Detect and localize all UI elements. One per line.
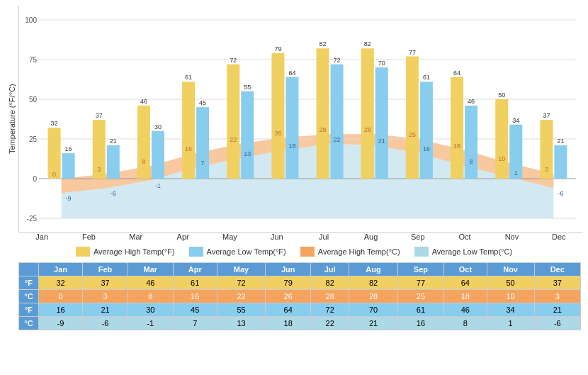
svg-text:50: 50 (29, 96, 38, 103)
table-header-feb: Feb (83, 263, 128, 276)
x-label-feb: Feb (65, 233, 112, 241)
legend-swatch-high-c (300, 247, 315, 257)
svg-text:34: 34 (512, 117, 519, 124)
legend-item-high-c: Average High Temp(°C) (300, 247, 400, 257)
y-axis-label: Temperature (°F/°C) (6, 6, 18, 233)
svg-rect-34 (196, 107, 209, 179)
svg-text:10: 10 (498, 155, 505, 162)
svg-text:64: 64 (453, 69, 460, 77)
cell-r3-c0: -9 (39, 317, 83, 330)
table-row-1: °C03816222628282518103 (19, 290, 581, 303)
svg-text:50: 50 (498, 91, 505, 99)
cell-r2-c9: 46 (444, 303, 487, 317)
legend-item-low-f: Average Low Temp(°F) (189, 247, 286, 257)
cell-r2-c5: 64 (266, 303, 311, 317)
cell-r0-c3: 61 (173, 276, 217, 290)
table-header-mar: Mar (128, 263, 173, 276)
svg-text:46: 46 (140, 98, 147, 105)
cell-r3-c2: -1 (128, 317, 173, 330)
table-header-oct: Oct (444, 263, 487, 276)
svg-text:16: 16 (185, 145, 192, 152)
table-header-aug: Aug (349, 263, 397, 276)
svg-text:30: 30 (154, 123, 162, 130)
table-row-2: °F162130455564727061463421 (19, 303, 581, 317)
legend-swatch-low-c (414, 247, 429, 257)
cell-r1-c8: 25 (397, 290, 443, 303)
cell-r2-c4: 55 (217, 303, 266, 317)
cell-r1-c0: 0 (39, 290, 83, 303)
svg-text:16: 16 (65, 145, 72, 152)
svg-text:8: 8 (142, 158, 145, 165)
svg-rect-62 (406, 57, 419, 179)
svg-rect-40 (241, 91, 254, 179)
svg-text:26: 26 (274, 130, 281, 137)
cell-r1-c9: 18 (444, 290, 487, 303)
svg-text:55: 55 (244, 84, 251, 91)
svg-text:61: 61 (185, 74, 192, 81)
cell-r2-c2: 30 (128, 303, 173, 317)
svg-text:-6: -6 (558, 190, 563, 197)
svg-text:22: 22 (334, 136, 341, 143)
svg-text:28: 28 (320, 126, 327, 133)
cell-r3-c1: -6 (83, 317, 128, 330)
x-label-apr: Apr (159, 233, 206, 241)
svg-text:0: 0 (52, 171, 56, 178)
table-header- (19, 263, 39, 276)
svg-rect-38 (227, 65, 239, 179)
x-label-aug: Aug (347, 233, 394, 241)
x-label-may: May (206, 233, 253, 241)
x-label-jun: Jun (254, 233, 300, 241)
svg-text:7: 7 (201, 159, 205, 167)
svg-text:22: 22 (230, 136, 237, 143)
cell-r1-c10: 10 (487, 290, 534, 303)
legend-label-low-c: Average Low Temp(°C) (432, 247, 512, 256)
row-label-0: °F (19, 276, 39, 290)
table-header-jun: Jun (266, 263, 311, 276)
row-label-2: °F (19, 303, 39, 317)
table-header-apr: Apr (173, 263, 217, 276)
svg-rect-58 (375, 67, 388, 179)
cell-r0-c8: 77 (397, 276, 443, 290)
svg-rect-26 (137, 106, 150, 179)
cell-r1-c2: 8 (128, 290, 173, 303)
table-header-nov: Nov (487, 263, 534, 276)
svg-text:77: 77 (409, 49, 416, 56)
svg-text:37: 37 (543, 112, 550, 119)
row-label-3: °C (19, 317, 39, 330)
cell-r0-c10: 50 (487, 276, 534, 290)
cell-r3-c10: 1 (487, 317, 534, 330)
svg-text:-1: -1 (155, 182, 161, 189)
row-label-1: °C (19, 290, 39, 303)
table-header-sep: Sep (397, 263, 443, 276)
svg-text:16: 16 (423, 145, 430, 152)
legend-item-high-f: Average High Temp(°F) (76, 247, 175, 257)
x-label-jan: Jan (18, 233, 65, 241)
svg-rect-28 (152, 131, 164, 179)
cell-r3-c9: 8 (444, 317, 487, 330)
svg-rect-82 (554, 145, 567, 179)
svg-text:64: 64 (288, 69, 295, 77)
svg-text:72: 72 (334, 57, 341, 64)
svg-text:3: 3 (545, 166, 548, 173)
svg-rect-68 (451, 77, 463, 179)
svg-rect-64 (420, 82, 433, 179)
table-header-dec: Dec (534, 263, 580, 276)
main-container: Temperature (°F/°C) 1007550250-253216-90… (0, 0, 588, 375)
cell-r2-c10: 34 (487, 303, 534, 317)
table-header-may: May (217, 263, 266, 276)
svg-text:-6: -6 (111, 190, 116, 197)
svg-rect-70 (465, 106, 477, 179)
table-row-3: °C-9-6-17131822211681-6 (19, 317, 581, 330)
chart-svg: 1007550250-253216-903721-634630-18614571… (19, 6, 582, 232)
cell-r1-c7: 28 (349, 290, 397, 303)
x-label-mar: Mar (113, 233, 159, 241)
chart-inner: 1007550250-253216-903721-634630-18614571… (18, 6, 582, 233)
cell-r3-c8: 16 (397, 317, 443, 330)
cell-r3-c7: 21 (349, 317, 397, 330)
legend-label-low-f: Average Low Temp(°F) (207, 247, 286, 256)
cell-r0-c11: 37 (534, 276, 580, 290)
cell-r3-c6: 22 (311, 317, 349, 330)
legend-swatch-low-f (189, 247, 203, 257)
legend-swatch-high-f (76, 247, 90, 257)
svg-text:82: 82 (320, 40, 327, 47)
